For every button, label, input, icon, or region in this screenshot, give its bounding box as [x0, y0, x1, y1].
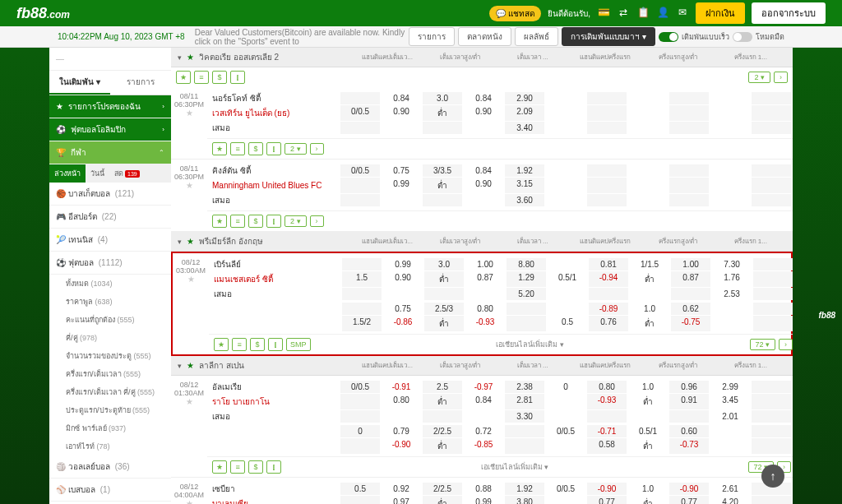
smp-button[interactable]: SMP: [286, 338, 311, 351]
odds-cell[interactable]: 1.5/2: [342, 316, 382, 331]
tab-list[interactable]: รายการ: [409, 27, 455, 46]
odds-cell[interactable]: 1.0: [630, 303, 669, 315]
odds-cell[interactable]: [464, 194, 503, 206]
odds-cell[interactable]: 3.0: [424, 258, 464, 270]
site-logo[interactable]: fb88.com: [16, 5, 70, 22]
odds-cell[interactable]: [669, 122, 709, 134]
odds-cell[interactable]: 3.80: [505, 496, 544, 505]
chart-button[interactable]: ⫿: [266, 460, 281, 474]
odds-cell[interactable]: ต่ำ: [423, 438, 462, 454]
deposit-button[interactable]: ฝากเงิน: [696, 2, 745, 24]
odds-cell[interactable]: 0.90: [464, 178, 503, 193]
odds-cell[interactable]: 2.5/3: [424, 303, 464, 315]
odds-cell[interactable]: [587, 178, 627, 193]
odds-cell[interactable]: [546, 410, 585, 423]
chart-button[interactable]: ⫿: [266, 142, 281, 155]
odds-cell[interactable]: -0.90: [669, 483, 709, 495]
odds-cell[interactable]: ต่ำ: [423, 496, 462, 505]
expand-button[interactable]: ›: [779, 339, 793, 350]
odds-cell[interactable]: [546, 178, 585, 193]
odds-cell[interactable]: 0.60: [669, 425, 709, 437]
odds-cell[interactable]: [382, 194, 421, 206]
expand-button[interactable]: ›: [774, 72, 788, 83]
odds-cell[interactable]: 0.90: [383, 271, 423, 287]
stats-button[interactable]: ≡: [230, 460, 245, 474]
odds-cell[interactable]: 0.5: [548, 316, 587, 331]
odds-cell[interactable]: -0.73: [669, 438, 709, 454]
odds-cell[interactable]: 0/0.5: [546, 483, 585, 495]
odds-cell[interactable]: [710, 438, 750, 454]
odds-cell[interactable]: [628, 164, 668, 177]
odds-cell[interactable]: [669, 92, 709, 104]
odds-cell[interactable]: [752, 438, 791, 454]
quick-bet-toggle[interactable]: เดิมพันแบบเร็ว: [659, 27, 729, 46]
odds-cell[interactable]: [753, 258, 793, 270]
odds-cell[interactable]: 0.96: [669, 381, 709, 393]
cash-button[interactable]: $: [248, 460, 263, 474]
market-count-pill[interactable]: 72 ▾: [750, 339, 776, 350]
odds-cell[interactable]: 0.62: [671, 303, 710, 315]
odds-cell[interactable]: 0: [546, 381, 585, 393]
stats-button[interactable]: ≡: [230, 215, 245, 228]
odds-cell[interactable]: [587, 122, 627, 134]
odds-cell[interactable]: 2.81: [505, 394, 544, 409]
odds-cell[interactable]: ต่ำ: [424, 271, 464, 287]
odds-cell[interactable]: [546, 194, 585, 206]
sport-sub-item[interactable]: คี่/คู่ (978): [49, 329, 171, 347]
odds-cell[interactable]: [340, 496, 380, 505]
tab-market[interactable]: ตลาดหนัง: [458, 27, 511, 46]
odds-cell[interactable]: [464, 122, 503, 134]
sidebar-tab-bets[interactable]: ในเดิมพัน ▾: [49, 71, 110, 95]
stats-button[interactable]: ≡: [232, 338, 247, 351]
odds-cell[interactable]: 0.79: [382, 425, 421, 437]
odds-cell[interactable]: [342, 303, 382, 315]
odds-cell[interactable]: [712, 316, 752, 331]
odds-cell[interactable]: ต่ำ: [423, 105, 462, 121]
odds-cell[interactable]: -0.75: [671, 316, 710, 331]
odds-cell[interactable]: [340, 92, 380, 104]
fav-button[interactable]: ★: [212, 142, 227, 155]
odds-cell[interactable]: -0.89: [589, 303, 628, 315]
sidebar-tab-list[interactable]: รายการ: [110, 71, 171, 95]
odds-cell[interactable]: 3.15: [505, 178, 544, 193]
collapse-icon[interactable]: ▾: [178, 53, 182, 62]
cash-button[interactable]: $: [250, 338, 265, 351]
odds-cell[interactable]: 2.53: [712, 288, 752, 300]
odds-cell[interactable]: 1/1.5: [630, 258, 669, 270]
odds-cell[interactable]: 0.90: [464, 105, 503, 121]
odds-cell[interactable]: 0.90: [382, 105, 421, 121]
odds-cell[interactable]: 0.80: [587, 381, 627, 393]
odds-cell[interactable]: [546, 164, 585, 177]
odds-cell[interactable]: 0.75: [382, 164, 421, 177]
odds-cell[interactable]: [669, 410, 709, 423]
odds-cell[interactable]: [753, 303, 793, 315]
odds-cell[interactable]: [587, 92, 627, 104]
odds-cell[interactable]: [710, 122, 750, 134]
dark-mode-toggle[interactable]: โหมดมืด: [733, 27, 784, 46]
sport-item[interactable]: ⚽ ฟุตบอล (1112): [49, 252, 171, 275]
odds-cell[interactable]: [710, 105, 750, 121]
time-tab-today[interactable]: วันนี้: [86, 164, 109, 183]
odds-cell[interactable]: 2.5: [423, 381, 462, 393]
odds-cell[interactable]: 1.92: [505, 164, 544, 177]
sport-item[interactable]: 🎾 เทนนิส (4): [49, 229, 171, 252]
odds-cell[interactable]: 1.29: [507, 271, 546, 287]
odds-cell[interactable]: [507, 316, 546, 331]
odds-cell[interactable]: [669, 105, 709, 121]
odds-cell[interactable]: 2/2.5: [423, 425, 462, 437]
odds-cell[interactable]: 2/2.5: [423, 483, 462, 495]
sport-sub-item[interactable]: ครึ่งแรก/เต็มเวลา คี่/คู่ (555): [49, 383, 171, 401]
odds-cell[interactable]: 0/0.5: [340, 105, 380, 121]
odds-cell[interactable]: [340, 178, 380, 193]
odds-cell[interactable]: ต่ำ: [628, 438, 668, 454]
odds-cell[interactable]: 0.77: [669, 496, 709, 505]
sidebar-sports[interactable]: 🏆 กีฬา⌃: [49, 141, 171, 164]
odds-cell[interactable]: [752, 496, 791, 505]
odds-cell[interactable]: 0.81: [589, 258, 628, 270]
fav-button[interactable]: ★: [214, 338, 229, 351]
odds-cell[interactable]: [669, 178, 709, 193]
odds-cell[interactable]: 0.84: [464, 92, 503, 104]
odds-cell[interactable]: [546, 394, 585, 409]
odds-cell[interactable]: [710, 164, 750, 177]
cash-button[interactable]: $: [248, 142, 263, 155]
